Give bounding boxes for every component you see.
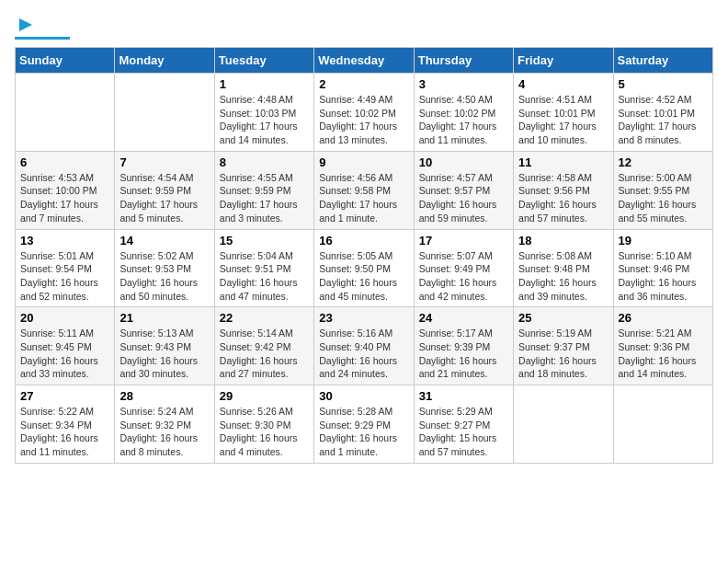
day-info: Sunrise: 5:19 AM Sunset: 9:37 PM Dayligh… (518, 327, 608, 381)
calendar-cell: 9Sunrise: 4:56 AM Sunset: 9:58 PM Daylig… (314, 151, 414, 229)
calendar-cell: 21Sunrise: 5:13 AM Sunset: 9:43 PM Dayli… (115, 307, 214, 385)
calendar-cell: 20Sunrise: 5:11 AM Sunset: 9:45 PM Dayli… (16, 307, 115, 385)
day-number: 20 (20, 311, 109, 325)
day-info: Sunrise: 5:00 AM Sunset: 9:55 PM Dayligh… (619, 171, 708, 225)
calendar-cell (514, 385, 613, 464)
day-info: Sunrise: 5:05 AM Sunset: 9:50 PM Dayligh… (319, 249, 408, 304)
calendar-cell: 27Sunrise: 5:22 AM Sunset: 9:34 PM Dayli… (16, 385, 115, 464)
day-info: Sunrise: 5:28 AM Sunset: 9:29 PM Dayligh… (319, 405, 408, 459)
calendar-cell: 6Sunrise: 4:53 AM Sunset: 10:00 PM Dayli… (16, 151, 115, 229)
calendar-cell: 26Sunrise: 5:21 AM Sunset: 9:36 PM Dayli… (613, 307, 712, 385)
calendar-day-header: Monday (115, 48, 214, 74)
day-number: 8 (220, 155, 309, 169)
calendar-cell: 16Sunrise: 5:05 AM Sunset: 9:50 PM Dayli… (314, 229, 414, 307)
day-number: 11 (518, 155, 608, 169)
calendar-cell (115, 74, 214, 152)
day-number: 5 (619, 77, 708, 91)
calendar-cell: 28Sunrise: 5:24 AM Sunset: 9:32 PM Dayli… (115, 385, 214, 464)
calendar-cell: 23Sunrise: 5:16 AM Sunset: 9:40 PM Dayli… (314, 307, 414, 385)
day-number: 16 (319, 234, 408, 247)
calendar-cell: 10Sunrise: 4:57 AM Sunset: 9:57 PM Dayli… (414, 151, 513, 229)
calendar-cell: 12Sunrise: 5:00 AM Sunset: 9:55 PM Dayli… (613, 151, 712, 229)
calendar-cell: 19Sunrise: 5:10 AM Sunset: 9:46 PM Dayli… (613, 229, 712, 307)
day-number: 26 (619, 311, 708, 325)
day-info: Sunrise: 4:48 AM Sunset: 10:03 PM Daylig… (220, 93, 309, 147)
calendar-cell: 7Sunrise: 4:54 AM Sunset: 9:59 PM Daylig… (115, 151, 214, 229)
day-number: 30 (319, 389, 408, 403)
day-info: Sunrise: 4:56 AM Sunset: 9:58 PM Dayligh… (319, 171, 408, 225)
calendar-cell: 24Sunrise: 5:17 AM Sunset: 9:39 PM Dayli… (414, 307, 513, 385)
calendar-day-header: Thursday (414, 48, 513, 74)
day-info: Sunrise: 4:53 AM Sunset: 10:00 PM Daylig… (20, 171, 109, 225)
day-number: 28 (119, 389, 209, 403)
day-number: 27 (20, 389, 109, 403)
calendar-week-row: 20Sunrise: 5:11 AM Sunset: 9:45 PM Dayli… (16, 307, 713, 385)
calendar-cell (16, 74, 115, 152)
day-info: Sunrise: 5:02 AM Sunset: 9:53 PM Dayligh… (119, 249, 209, 304)
svg-marker-0 (19, 18, 32, 31)
day-info: Sunrise: 4:54 AM Sunset: 9:59 PM Dayligh… (119, 171, 209, 225)
day-number: 3 (419, 77, 508, 91)
calendar-day-header: Sunday (16, 48, 115, 74)
calendar-cell: 17Sunrise: 5:07 AM Sunset: 9:49 PM Dayli… (414, 229, 513, 307)
day-info: Sunrise: 5:24 AM Sunset: 9:32 PM Dayligh… (119, 405, 209, 459)
day-info: Sunrise: 5:08 AM Sunset: 9:48 PM Dayligh… (518, 249, 608, 304)
calendar-table: SundayMondayTuesdayWednesdayThursdayFrid… (15, 47, 713, 464)
day-info: Sunrise: 5:01 AM Sunset: 9:54 PM Dayligh… (20, 249, 109, 304)
day-number: 15 (220, 234, 309, 247)
day-number: 6 (20, 155, 109, 169)
logo-arrow-icon (16, 15, 36, 35)
calendar-day-header: Friday (514, 48, 613, 74)
calendar-week-row: 13Sunrise: 5:01 AM Sunset: 9:54 PM Dayli… (16, 229, 713, 307)
calendar-cell: 25Sunrise: 5:19 AM Sunset: 9:37 PM Dayli… (514, 307, 613, 385)
day-info: Sunrise: 4:51 AM Sunset: 10:01 PM Daylig… (518, 93, 608, 147)
calendar-header-row: SundayMondayTuesdayWednesdayThursdayFrid… (16, 48, 713, 74)
calendar-day-header: Tuesday (214, 48, 313, 74)
day-number: 17 (419, 234, 508, 247)
calendar-cell (613, 385, 712, 464)
calendar-week-row: 27Sunrise: 5:22 AM Sunset: 9:34 PM Dayli… (16, 385, 713, 464)
day-number: 31 (419, 389, 508, 403)
day-info: Sunrise: 5:07 AM Sunset: 9:49 PM Dayligh… (419, 249, 508, 304)
day-info: Sunrise: 5:26 AM Sunset: 9:30 PM Dayligh… (220, 405, 309, 459)
day-info: Sunrise: 5:17 AM Sunset: 9:39 PM Dayligh… (419, 327, 508, 381)
day-number: 14 (119, 234, 209, 247)
calendar-cell: 3Sunrise: 4:50 AM Sunset: 10:02 PM Dayli… (414, 74, 513, 152)
day-number: 1 (220, 77, 309, 91)
day-number: 10 (419, 155, 508, 169)
logo (15, 15, 70, 40)
calendar-week-row: 1Sunrise: 4:48 AM Sunset: 10:03 PM Dayli… (16, 74, 713, 152)
day-info: Sunrise: 5:16 AM Sunset: 9:40 PM Dayligh… (319, 327, 408, 381)
day-info: Sunrise: 4:50 AM Sunset: 10:02 PM Daylig… (419, 93, 508, 147)
day-number: 12 (619, 155, 708, 169)
day-number: 7 (119, 155, 209, 169)
day-info: Sunrise: 5:13 AM Sunset: 9:43 PM Dayligh… (119, 327, 209, 381)
day-number: 2 (319, 77, 408, 91)
calendar-cell: 1Sunrise: 4:48 AM Sunset: 10:03 PM Dayli… (214, 74, 313, 152)
day-info: Sunrise: 5:21 AM Sunset: 9:36 PM Dayligh… (619, 327, 708, 381)
day-info: Sunrise: 5:04 AM Sunset: 9:51 PM Dayligh… (220, 249, 309, 304)
calendar-cell: 18Sunrise: 5:08 AM Sunset: 9:48 PM Dayli… (514, 229, 613, 307)
day-number: 29 (220, 389, 309, 403)
calendar-cell: 14Sunrise: 5:02 AM Sunset: 9:53 PM Dayli… (115, 229, 214, 307)
day-info: Sunrise: 4:52 AM Sunset: 10:01 PM Daylig… (619, 93, 708, 147)
day-info: Sunrise: 4:49 AM Sunset: 10:02 PM Daylig… (319, 93, 408, 147)
day-number: 4 (518, 77, 608, 91)
calendar-cell: 8Sunrise: 4:55 AM Sunset: 9:59 PM Daylig… (214, 151, 313, 229)
day-number: 25 (518, 311, 608, 325)
calendar-cell: 4Sunrise: 4:51 AM Sunset: 10:01 PM Dayli… (514, 74, 613, 152)
calendar-cell: 11Sunrise: 4:58 AM Sunset: 9:56 PM Dayli… (514, 151, 613, 229)
calendar-day-header: Wednesday (314, 48, 414, 74)
calendar-cell: 15Sunrise: 5:04 AM Sunset: 9:51 PM Dayli… (214, 229, 313, 307)
day-info: Sunrise: 4:55 AM Sunset: 9:59 PM Dayligh… (220, 171, 309, 225)
logo-underline (15, 37, 70, 40)
calendar-week-row: 6Sunrise: 4:53 AM Sunset: 10:00 PM Dayli… (16, 151, 713, 229)
calendar-cell: 29Sunrise: 5:26 AM Sunset: 9:30 PM Dayli… (214, 385, 313, 464)
day-info: Sunrise: 5:29 AM Sunset: 9:27 PM Dayligh… (419, 405, 508, 459)
day-info: Sunrise: 5:10 AM Sunset: 9:46 PM Dayligh… (619, 249, 708, 304)
day-number: 24 (419, 311, 508, 325)
page-header (15, 15, 713, 40)
day-number: 23 (319, 311, 408, 325)
day-number: 9 (319, 155, 408, 169)
calendar-day-header: Saturday (613, 48, 712, 74)
